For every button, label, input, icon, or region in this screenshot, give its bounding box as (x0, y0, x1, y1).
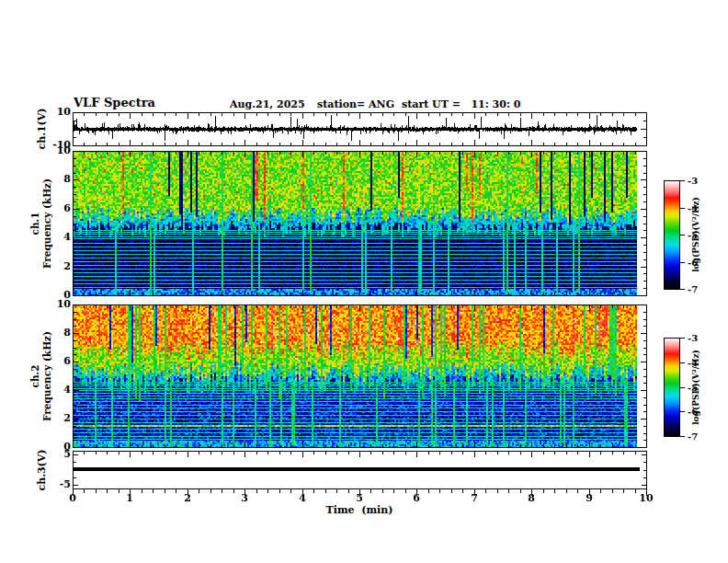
panel4-ytick-label: 5 (40, 449, 71, 459)
ch2-freq-axis-label-line2: Frequency (kHz) (41, 331, 53, 421)
time-tick-label: 8 (528, 493, 535, 503)
panel3-ytick-label: 4 (40, 385, 71, 395)
colorbar-ch1-tick-label: -4 (688, 203, 698, 213)
time-tick-label: 4 (299, 493, 306, 503)
time-tick-label: 9 (586, 493, 593, 503)
ch2-spectrogram-panel (73, 304, 647, 448)
time-tick-label: 3 (241, 493, 248, 503)
colorbar-ch2-tick-label: -3 (688, 333, 698, 343)
time-tick-label: 10 (639, 493, 653, 503)
time-tick-label: 1 (126, 493, 133, 503)
colorbar-ch2 (664, 338, 686, 437)
vlf-spectra-figure: VLF Spectra Aug.21, 2025 station= ANG st… (0, 0, 728, 563)
time-tick-label: 7 (471, 493, 478, 503)
time-tick-label: 6 (413, 493, 420, 503)
panel3-ytick-label: 6 (40, 356, 71, 366)
colorbar-ch2-tick-label: -4 (688, 358, 698, 368)
panel2-ytick-label: 6 (40, 203, 71, 213)
ch2-freq-axis-label: ch.2 Frequency (kHz) (29, 331, 53, 421)
ch1-freq-axis-label-line1: ch.1 (29, 178, 41, 269)
start-ut-label: start UT = 11: 30: 0 (402, 98, 520, 110)
colorbar-ch1-tick-label: -5 (688, 230, 698, 240)
panel3-ytick-label: 2 (40, 413, 71, 423)
ch1-waveform-panel (73, 112, 647, 146)
station-label: station= ANG (317, 98, 394, 110)
panel2-ytick-label: 2 (40, 261, 71, 271)
ch1-spectrogram-panel (73, 151, 647, 296)
panel3-ytick-label: 10 (40, 299, 71, 309)
panel2-ytick-label: 4 (40, 232, 71, 242)
ch1-freq-axis-label: ch.1 Frequency (kHz) (29, 178, 53, 269)
ch3-waveform-panel (73, 451, 647, 497)
time-tick-label: 2 (184, 493, 191, 503)
colorbar-ch1-tick-label: -7 (688, 284, 698, 294)
panel4-ytick-label: -5 (40, 479, 71, 489)
panel3-ytick-label: 8 (40, 327, 71, 338)
colorbar-ch2-tick-label: -6 (688, 407, 698, 417)
time-axis-label: Time (min) (326, 505, 393, 515)
ch1-freq-axis-label-line2: Frequency (kHz) (41, 178, 53, 269)
time-tick-label: 5 (356, 493, 363, 503)
time-tick-label: 0 (69, 493, 76, 503)
panel2-ytick-label: 10 (40, 145, 71, 155)
panel1-ytick-label: 10 (40, 107, 71, 117)
colorbar-ch1-tick-label: -3 (688, 176, 698, 186)
colorbar-ch2-tick-label: -7 (688, 431, 698, 442)
figure-date: Aug.21, 2025 (230, 98, 305, 110)
colorbar-ch1-tick-label: -6 (688, 258, 698, 268)
figure-title: VLF Spectra (74, 96, 155, 109)
colorbar-ch1 (664, 180, 686, 290)
ch2-freq-axis-label-line1: ch.2 (29, 331, 41, 421)
colorbar-ch2-tick-label: -5 (688, 383, 698, 393)
panel2-ytick-label: 8 (40, 174, 71, 184)
